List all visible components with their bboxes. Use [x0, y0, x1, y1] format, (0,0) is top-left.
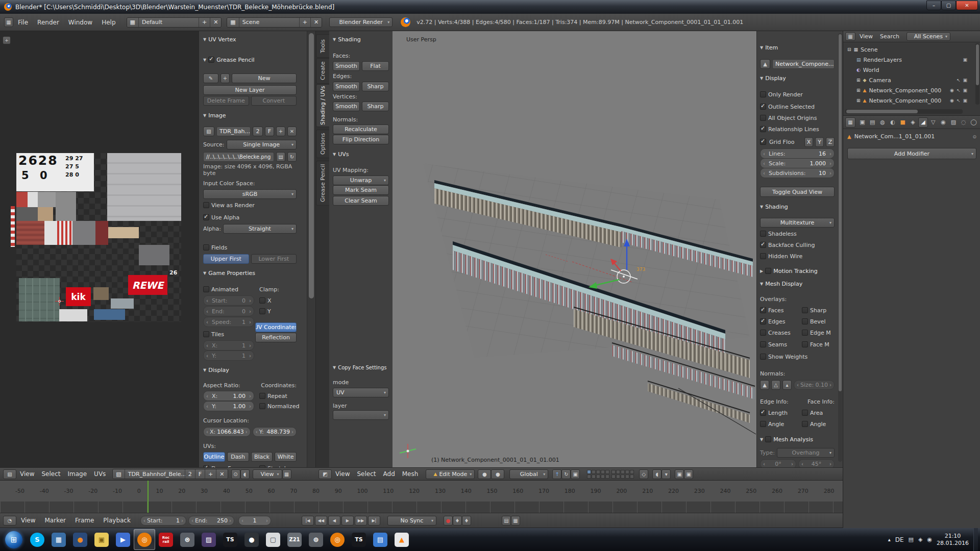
- uv-coordinates-button[interactable]: UV Coordinates: [255, 322, 297, 332]
- overlay-sharp-checkbox[interactable]: Sharp: [802, 305, 835, 315]
- expand-icon[interactable]: ⊞: [856, 78, 861, 83]
- taskbar-explorer[interactable]: ▣: [91, 529, 112, 550]
- keyframe-insert-icon[interactable]: ♦: [453, 516, 462, 525]
- timeline-playhead[interactable]: [148, 481, 149, 513]
- section-uv-vertex[interactable]: ▼ UV Vertex: [203, 34, 297, 44]
- editor-type-button[interactable]: ◔: [3, 516, 16, 525]
- section-item[interactable]: ▼ Item: [760, 42, 835, 53]
- uv-snap-icon[interactable]: ◖: [240, 469, 250, 479]
- taskbar-media-app[interactable]: ▦: [48, 529, 69, 550]
- breadcrumb-text[interactable]: Network_Com...1_01_01.001: [854, 133, 935, 140]
- hidden-wire-checkbox[interactable]: Hidden Wire: [760, 251, 835, 261]
- grid-x-button[interactable]: X: [804, 137, 813, 147]
- uv-white-button[interactable]: White: [275, 452, 297, 462]
- overlay-edge-marks-checkbox[interactable]: Edge M: [802, 328, 835, 338]
- tl-menu-frame[interactable]: Frame: [70, 517, 99, 524]
- outliner-row-world[interactable]: ◐ World: [843, 65, 980, 75]
- outliner-item-label[interactable]: Scene: [861, 46, 878, 53]
- grid-lines-field[interactable]: ‹ Lines: 16 ›: [760, 148, 835, 159]
- edge-length-checkbox[interactable]: Length: [760, 408, 799, 418]
- image-name-field[interactable]: TDR_Bah...: [216, 127, 251, 136]
- sync-dropdown[interactable]: No Sync ▾: [387, 516, 436, 525]
- editor-type-icon[interactable]: ▦: [845, 32, 855, 41]
- outliner-filter-dropdown[interactable]: All Scenes ▾: [906, 32, 950, 41]
- face-normals-toggle[interactable]: ▴: [782, 380, 792, 390]
- flip-direction-button[interactable]: Flip Direction: [333, 135, 389, 144]
- scrollbar-thumb[interactable]: [846, 110, 918, 113]
- anim-end-field[interactable]: ‹ End: 0 ›: [203, 306, 254, 316]
- image-new-icon[interactable]: +: [205, 469, 216, 479]
- scene-add-icon[interactable]: +: [300, 18, 311, 27]
- selectability-icon[interactable]: ↖: [957, 78, 961, 83]
- screen-layout-browse-icon[interactable]: ▦: [127, 18, 139, 27]
- clamp-x-checkbox[interactable]: X: [259, 295, 297, 306]
- tiles-y-field[interactable]: ‹ Y: 1 ›: [203, 350, 254, 361]
- taskbar-canvas-app[interactable]: ▢: [262, 529, 284, 550]
- screen-layout-delete-icon[interactable]: ✕: [210, 18, 221, 27]
- renderability-icon[interactable]: ▣: [963, 78, 967, 83]
- image-unlink-icon[interactable]: ✕: [216, 469, 227, 479]
- tab-world[interactable]: ◐: [888, 117, 897, 128]
- alpha-mode-dropdown[interactable]: Straight ▾: [223, 224, 297, 234]
- increment-icon[interactable]: ›: [791, 461, 793, 467]
- tab-create[interactable]: Create: [316, 58, 330, 84]
- tab-render[interactable]: ▣: [857, 117, 867, 128]
- outliner-item-label[interactable]: Network_Component_000: [869, 87, 941, 94]
- normals-size-field[interactable]: ‹ Size: 0.10 ›: [794, 380, 835, 390]
- stretch-checkbox[interactable]: Stretch: [259, 463, 297, 467]
- minimize-button[interactable]: –: [926, 1, 941, 10]
- visibility-icon[interactable]: ◉: [950, 88, 954, 93]
- aspect-y-field[interactable]: ‹ Y: 1.00 ›: [203, 401, 254, 411]
- all-object-origins-checkbox[interactable]: All Object Origins: [760, 113, 835, 123]
- taskbar-image-viewer[interactable]: ▤: [370, 529, 391, 550]
- vertices-sharp-button[interactable]: Sharp: [362, 102, 389, 111]
- taskbar-gears-app[interactable]: ⊚: [305, 529, 327, 550]
- overlay-seams-checkbox[interactable]: Seams: [760, 339, 799, 349]
- outline-selected-checkbox[interactable]: Outline Selected: [760, 102, 835, 112]
- tiles-x-field[interactable]: ‹ X: 1 ›: [203, 340, 254, 350]
- increment-icon[interactable]: ›: [249, 319, 251, 325]
- taskbar-media-player[interactable]: ▶: [112, 529, 134, 550]
- vertex-normals-toggle[interactable]: ▲: [760, 380, 769, 390]
- selectability-icon[interactable]: ↖: [957, 88, 961, 93]
- image-path-field[interactable]: //..\..\..\..\..\..\Belecke.png: [203, 152, 274, 162]
- aspect-x-field[interactable]: ‹ X: 1.00 ›: [203, 391, 254, 401]
- analysis-type-dropdown[interactable]: Overhang ▾: [777, 448, 835, 458]
- lower-first-button[interactable]: Lower First: [251, 254, 297, 264]
- anim-start-field[interactable]: ‹ Start: 0 ›: [203, 295, 254, 306]
- keyframe-delete-icon[interactable]: ♦: [462, 516, 471, 525]
- add-modifier-dropdown[interactable]: Add Modifier ▾: [847, 148, 976, 159]
- decrement-icon[interactable]: ‹: [763, 170, 765, 176]
- viewport-3d[interactable]: User Persp 373 (1) Network_Component_000…: [393, 31, 756, 467]
- uv-menu-uvs[interactable]: UVs: [90, 470, 109, 478]
- tab-options[interactable]: Options: [316, 130, 330, 158]
- mark-seam-button[interactable]: Mark Seam: [333, 185, 389, 195]
- analysis-max-field[interactable]: ‹ 45° ›: [798, 459, 835, 468]
- loose-normals-toggle[interactable]: △: [771, 380, 780, 390]
- tab-render-layers[interactable]: ▤: [868, 117, 877, 128]
- keying-filter-icon[interactable]: ▦: [511, 516, 520, 525]
- v3d-menu-view[interactable]: View: [332, 470, 353, 478]
- grid-y-button[interactable]: Y: [815, 137, 824, 147]
- scene-delete-icon[interactable]: ✕: [311, 18, 322, 27]
- uv-draw-other-icon[interactable]: ▦: [282, 469, 291, 479]
- render-opengl-icon[interactable]: ▣: [675, 469, 684, 479]
- current-frame-field[interactable]: ‹ 1 ›: [238, 516, 271, 525]
- tab-grease-pencil[interactable]: Grease Pencil: [316, 161, 330, 206]
- faces-smooth-button[interactable]: Smooth: [333, 61, 360, 71]
- increment-icon[interactable]: ›: [246, 429, 248, 435]
- scrollbar-thumb[interactable]: [309, 33, 314, 298]
- cursor-y-field[interactable]: ‹ Y: 488.739 ›: [253, 427, 297, 437]
- frame-start-field[interactable]: ‹ Start: 1 ›: [140, 516, 186, 525]
- next-keyframe-button[interactable]: ▶▶: [355, 516, 367, 525]
- view-dropdown[interactable]: View ▾: [253, 469, 282, 479]
- relationship-lines-checkbox[interactable]: Relationship Lines: [760, 124, 835, 134]
- tab-object-data[interactable]: ▽: [928, 117, 938, 128]
- manipulator-rotate-icon[interactable]: ↻: [561, 469, 571, 479]
- view-as-render-checkbox[interactable]: View as Render: [203, 200, 297, 210]
- tab-constraints[interactable]: ◈: [908, 117, 918, 128]
- image-fake-user-button[interactable]: F: [195, 469, 205, 479]
- outliner-menu-view[interactable]: View: [856, 33, 876, 40]
- v3d-menu-add[interactable]: Add: [380, 470, 399, 478]
- repeat-checkbox[interactable]: Repeat: [259, 391, 297, 401]
